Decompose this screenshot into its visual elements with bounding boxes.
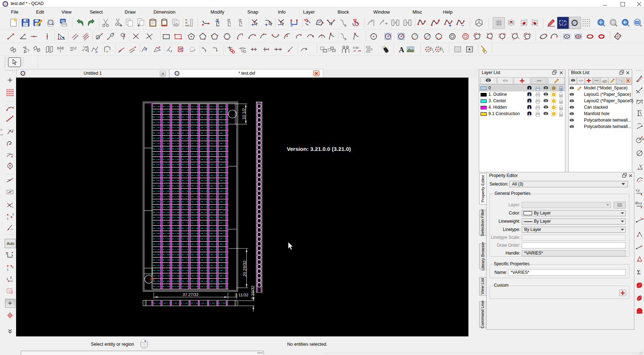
svg-text:y: y <box>6 251 8 255</box>
svg-text:1: 1 <box>7 268 9 271</box>
svg-text:Σ: Σ <box>637 268 640 276</box>
svg-text:0.00: 0.00 <box>353 46 359 49</box>
svg-text:x,y: x,y <box>636 188 640 192</box>
svg-text:1: 1 <box>7 217 8 220</box>
svg-text:20 29/32: 20 29/32 <box>242 261 247 277</box>
svg-text:a|b: a|b <box>602 79 607 83</box>
svg-text:1: 1 <box>6 277 8 281</box>
svg-text:2: 2 <box>12 266 14 269</box>
svg-text:mm: mm <box>185 24 190 27</box>
svg-text:A: A <box>399 46 404 54</box>
svg-text:R: R <box>642 138 644 140</box>
svg-text:2: 2 <box>10 276 12 279</box>
svg-text:x: x <box>11 253 13 257</box>
svg-text:Auto: Auto <box>7 241 14 246</box>
svg-text:3: 3 <box>433 50 434 53</box>
svg-text:2: 2 <box>13 213 14 216</box>
svg-text:@x,y: @x,y <box>635 201 642 205</box>
svg-text:Version: 3.21.0.0 (3.21.0): Version: 3.21.0.0 (3.21.0) <box>287 146 351 152</box>
svg-text:x: x <box>171 49 172 53</box>
svg-text:3 11/32: 3 11/32 <box>235 293 249 297</box>
svg-text:37 27/32: 37 27/32 <box>183 292 199 297</box>
svg-text:2 19/32: 2 19/32 <box>251 286 255 299</box>
svg-text:10 1/2: 10 1/2 <box>242 108 246 120</box>
svg-text:A: A <box>106 49 109 53</box>
svg-text:3: 3 <box>443 50 444 53</box>
